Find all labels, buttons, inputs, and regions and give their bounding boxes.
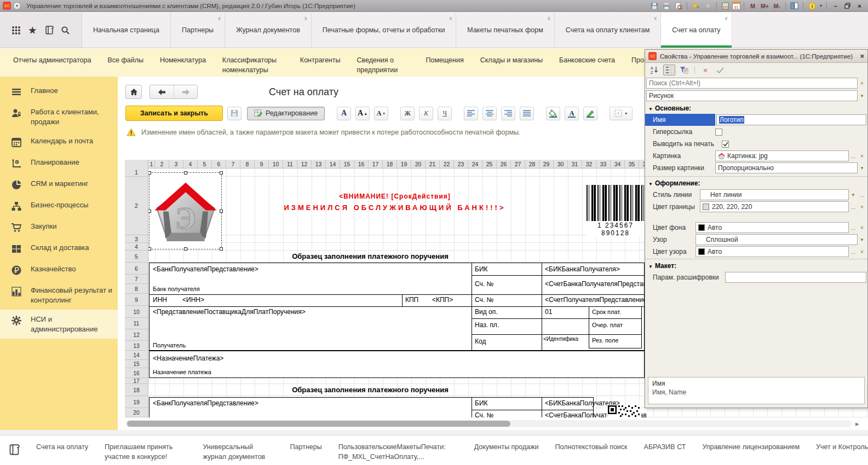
subnav-warehouses[interactable]: Склады и магазины: [480, 55, 543, 77]
payment-form-table-1[interactable]: <БанкПолучателяПредставление> Банк получ…: [149, 263, 645, 351]
selection-handle[interactable]: [148, 247, 151, 251]
subnav-all-files[interactable]: Все файлы: [107, 55, 143, 77]
tab-close-icon[interactable]: x: [304, 15, 307, 21]
italic-button[interactable]: К: [419, 107, 433, 120]
sidebar-item-financial-result[interactable]: Финансовый результат и контроллинг: [0, 281, 118, 310]
payment-purpose-table[interactable]: <НазначениеПлатежа> Назначение платежа: [149, 351, 645, 378]
tab-print-forms[interactable]: Печатные формы, отчеты и обработкиx: [312, 13, 457, 48]
subnav-counterparties[interactable]: Контрагенты: [300, 55, 341, 77]
align-left-icon[interactable]: [464, 107, 478, 120]
print-checkbox[interactable]: [722, 141, 729, 148]
history-scroll-icon[interactable]: [43, 24, 56, 37]
subnav-company-info[interactable]: Сведения о предприятии: [357, 55, 409, 77]
prop-size-value[interactable]: Пропорционально: [715, 162, 858, 173]
prop-border-color-value[interactable]: 220, 220, 220: [700, 201, 849, 212]
selector-dropdown-icon[interactable]: ▼: [858, 90, 866, 101]
size-dropdown-icon[interactable]: ▼: [858, 162, 866, 173]
print-icon[interactable]: [661, 1, 671, 10]
tab-partners[interactable]: Партнерыx: [171, 13, 225, 48]
history-item-licensing[interactable]: Управление лицензированием: [702, 442, 800, 452]
history-item-layouts[interactable]: ПользовательскиеМакетыПечати: ПФ_MXL_Сче…: [338, 442, 458, 462]
prop-name-input[interactable]: Логотип: [716, 114, 866, 125]
fill-color-icon[interactable]: [546, 107, 560, 120]
filter-icon[interactable]: [678, 65, 690, 75]
tab-close-icon[interactable]: x: [218, 15, 221, 21]
horizontal-scrollbar[interactable]: [126, 420, 852, 427]
prop-picture-value[interactable]: Картинка: jpg: [715, 150, 849, 161]
align-center-icon[interactable]: [482, 107, 497, 120]
history-item-invoices[interactable]: Счета на оплату: [36, 442, 88, 452]
properties-titlebar[interactable]: 1С Свойства - Управление торговлей и вза…: [645, 50, 867, 63]
pattern-color-clear-button[interactable]: ×: [858, 246, 866, 257]
selection-handle[interactable]: [148, 171, 151, 175]
bg-color-browse-button[interactable]: ...: [849, 222, 858, 233]
tab-invoice-active[interactable]: Счет на оплатуx: [661, 13, 732, 48]
bold-button[interactable]: Ж: [400, 107, 415, 120]
sidebar-item-main[interactable]: Главное: [0, 81, 118, 102]
align-right-icon[interactable]: [501, 107, 515, 120]
section-layout[interactable]: ▼Макет:: [645, 259, 867, 271]
history-scroll-icon[interactable]: [9, 443, 20, 456]
pattern-dropdown-icon[interactable]: ▼: [858, 234, 866, 245]
bg-color-clear-button[interactable]: ×: [858, 222, 866, 233]
split-panes-icon[interactable]: [789, 1, 800, 10]
subnav-admin-reports[interactable]: Отчеты администратора: [13, 55, 91, 77]
back-button[interactable]: [150, 85, 174, 98]
selection-handle[interactable]: [220, 247, 223, 251]
calc-m-button[interactable]: M: [748, 1, 758, 10]
sidebar-item-treasury[interactable]: Казначейство: [0, 259, 118, 281]
selection-handle[interactable]: [220, 210, 223, 213]
sidebar-item-warehouse-delivery[interactable]: Склад и доставка: [0, 238, 118, 259]
system-menu-caret-icon[interactable]: ▼: [13, 2, 21, 10]
close-button[interactable]: ×: [854, 1, 865, 10]
section-main[interactable]: ▼Основные:: [645, 102, 867, 114]
logo-image-selected[interactable]: Э: [149, 172, 222, 249]
sort-alpha-icon[interactable]: AZ: [648, 65, 660, 75]
cancel-edit-icon[interactable]: ×: [699, 65, 711, 75]
highlight-color-icon[interactable]: [583, 107, 597, 120]
underline-button[interactable]: Ч: [438, 107, 452, 120]
pattern-color-browse-button[interactable]: ...: [849, 246, 858, 257]
subnav-premises[interactable]: Помещения: [426, 55, 463, 77]
selection-handle[interactable]: [184, 171, 187, 175]
calculator-icon[interactable]: [720, 1, 731, 10]
tab-close-icon[interactable]: x: [548, 15, 550, 21]
main-menu-icon[interactable]: [9, 24, 22, 37]
forward-button[interactable]: [174, 85, 197, 98]
save-icon[interactable]: [227, 107, 242, 120]
sidebar-item-calendar-mail[interactable]: Календарь и почта: [0, 131, 118, 153]
border-color-clear-button[interactable]: ×: [858, 201, 866, 212]
print-preview-icon[interactable]: [673, 1, 683, 10]
prop-bg-color-value[interactable]: Авто: [695, 222, 849, 233]
prop-pattern-value[interactable]: Сплошной: [695, 234, 858, 245]
editing-toggle-button[interactable]: Редактирование: [247, 107, 325, 120]
save-icon[interactable]: [649, 1, 659, 10]
picture-browse-button[interactable]: ...: [849, 150, 858, 161]
group-view-icon[interactable]: [663, 65, 675, 75]
history-item-accounting[interactable]: Учет и Контроль: [816, 442, 868, 452]
tab-document-journal[interactable]: Журнал документовx: [225, 13, 312, 48]
home-button[interactable]: [125, 85, 142, 99]
restore-button[interactable]: [842, 1, 853, 10]
search-icon[interactable]: [59, 24, 72, 37]
font-button[interactable]: A: [337, 107, 351, 120]
scrollbar-thumb[interactable]: [127, 421, 510, 427]
border-color-browse-button[interactable]: ...: [849, 201, 858, 212]
line-style-browse-button[interactable]: ...: [858, 189, 866, 200]
row-headers[interactable]: 1234567891011121314151617181920: [125, 168, 148, 417]
prop-line-style-value[interactable]: Нет линии: [700, 189, 849, 200]
add-favorite-icon[interactable]: [691, 1, 701, 10]
selection-handle[interactable]: [184, 247, 187, 251]
properties-close-icon[interactable]: ×: [860, 52, 864, 60]
prop-pattern-color-value[interactable]: Авто: [695, 246, 849, 257]
info-icon[interactable]: i: [807, 1, 817, 10]
calc-m-plus-button[interactable]: M+: [760, 1, 770, 10]
sidebar-item-nsi-admin[interactable]: НСИ и администрирование: [0, 310, 118, 339]
sidebar-item-planning[interactable]: Планирование: [0, 153, 118, 174]
payment-form-table-2[interactable]: <БанкПолучателяПредставление> БИК <БИКБа…: [149, 397, 594, 417]
calendar-icon[interactable]: 31: [732, 2, 740, 10]
tab-home[interactable]: Начальная страница: [82, 13, 171, 48]
calc-m-minus-button[interactable]: M-: [772, 1, 782, 10]
subnav-bank-accounts[interactable]: Банковские счета: [559, 55, 615, 77]
sidebar-item-clients-sales[interactable]: Работа с клиентами, продажи: [0, 102, 118, 131]
